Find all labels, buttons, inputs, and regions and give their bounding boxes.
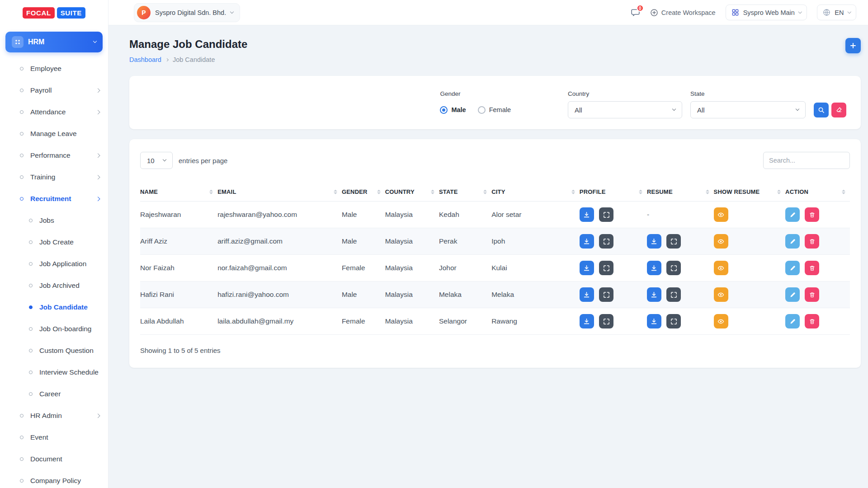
company-selector[interactable]: P Syspro Digital Sdn. Bhd. [134,3,240,22]
add-candidate-button[interactable] [845,38,861,53]
sidebar-item-interview-schedule[interactable]: Interview Schedule [0,361,108,383]
download-icon [583,211,590,218]
apply-filter-button[interactable] [814,103,829,117]
breadcrumb-dashboard-link[interactable]: Dashboard [129,56,161,63]
state-select[interactable]: All [690,101,806,118]
sidebar-item-job-application[interactable]: Job Application [0,253,108,275]
module-selector-hrm[interactable]: HRM [5,32,103,52]
chat-button[interactable]: 0 [631,8,640,17]
entries-per-page-label: entries per page [179,157,227,164]
profile-download-button[interactable] [580,207,594,222]
profile-preview-button[interactable] [599,261,613,275]
show-resume-button[interactable] [714,287,728,302]
gender-female-label: Female [489,106,511,113]
show-resume-button[interactable] [714,261,728,275]
profile-download-button[interactable] [580,287,594,302]
resume-download-button[interactable] [647,261,661,275]
sidebar-item-employee[interactable]: Employee [0,58,108,80]
sidebar-item-custom-question[interactable]: Custom Question [0,340,108,361]
resume-preview-button[interactable] [666,261,681,275]
column-header-profile[interactable]: PROFILE [580,183,647,202]
country-select[interactable]: All [568,101,682,118]
chevron-right-icon [95,175,99,179]
column-header-state[interactable]: STATE [439,183,491,202]
show-resume-button[interactable] [714,234,728,249]
per-page-select[interactable]: 10 [140,152,173,169]
column-header-email[interactable]: EMAIL [217,183,342,202]
sidebar-item-payroll[interactable]: Payroll [0,80,108,101]
resume-preview-button[interactable] [666,314,681,328]
gender-male-radio[interactable]: Male [440,106,466,114]
edit-button[interactable] [785,234,800,249]
profile-preview-button[interactable] [599,287,613,302]
resume-preview-button[interactable] [666,287,681,302]
sidebar-item-company-policy[interactable]: Company Policy [0,470,108,488]
sidebar-item-jobs[interactable]: Jobs [0,210,108,231]
edit-button[interactable] [785,261,800,275]
profile-download-button[interactable] [580,261,594,275]
sidebar-item-job-archived[interactable]: Job Archived [0,275,108,296]
bullet-icon [29,284,33,287]
gender-female-radio[interactable]: Female [478,106,511,114]
expand-icon [670,291,677,298]
sidebar-item-label: Job On-boarding [39,325,91,333]
cell-show-resume [714,308,786,335]
cell-email: ariff.aziz@gmail.com [217,228,342,255]
edit-button[interactable] [785,207,800,222]
sidebar-item-attendance[interactable]: Attendance [0,101,108,123]
sidebar-item-career[interactable]: Career [0,383,108,405]
profile-preview-button[interactable] [599,314,613,328]
resume-download-button[interactable] [647,234,661,249]
create-workspace-button[interactable]: Create Workspace [650,9,716,17]
sidebar-item-job-onboarding[interactable]: Job On-boarding [0,318,108,340]
expand-icon [603,291,610,298]
sidebar-item-document[interactable]: Document [0,448,108,470]
column-header-country[interactable]: COUNTRY [385,183,439,202]
delete-button[interactable] [805,261,819,275]
column-header-action[interactable]: ACTION [785,183,850,202]
sidebar-item-job-create[interactable]: Job Create [0,231,108,253]
sidebar-item-recruitment[interactable]: Recruitment [0,188,108,210]
filter-actions-spacer [814,90,846,97]
reset-filter-button[interactable] [831,103,846,117]
profile-preview-button[interactable] [599,207,613,222]
sidebar-item-training[interactable]: Training [0,166,108,188]
delete-button[interactable] [805,207,819,222]
sidebar-item-job-candidate[interactable]: Job Candidate [0,296,108,318]
resume-download-button[interactable] [647,287,661,302]
sidebar-item-manage-leave[interactable]: Manage Leave [0,123,108,145]
show-resume-button[interactable] [714,207,728,222]
delete-button[interactable] [805,234,819,249]
bullet-icon [20,457,24,461]
delete-button[interactable] [805,314,819,328]
column-header-city[interactable]: CITY [491,183,580,202]
profile-preview-button[interactable] [599,234,613,249]
column-header-resume[interactable]: RESUME [647,183,714,202]
workspace-selector[interactable]: Syspro Web Main [726,5,807,20]
resume-download-button[interactable] [647,314,661,328]
profile-download-button[interactable] [580,314,594,328]
eye-icon [717,238,724,245]
sidebar-item-performance[interactable]: Performance [0,145,108,166]
state-select-value: All [697,106,705,114]
table-search-input[interactable] [763,152,850,169]
cell-country: Malaysia [385,308,439,335]
column-header-name[interactable]: NAME [140,183,217,202]
language-selector[interactable]: EN [817,5,856,20]
cell-resume [647,255,714,282]
page-header: Manage Job Candidate Dashboard Job Candi… [129,38,861,63]
sidebar-item-hr-admin[interactable]: HR Admin [0,405,108,427]
edit-button[interactable] [785,314,800,328]
column-header-show-resume[interactable]: SHOW RESUME [714,183,786,202]
column-header-gender[interactable]: GENDER [342,183,385,202]
profile-download-button[interactable] [580,234,594,249]
edit-button[interactable] [785,287,800,302]
delete-button[interactable] [805,287,819,302]
cell-state: Melaka [439,282,491,308]
chevron-down-icon [798,10,802,14]
resume-preview-button[interactable] [666,234,681,249]
chevron-down-icon [93,39,97,43]
sidebar-item-event[interactable]: Event [0,427,108,448]
download-icon [583,238,590,245]
show-resume-button[interactable] [714,314,728,328]
